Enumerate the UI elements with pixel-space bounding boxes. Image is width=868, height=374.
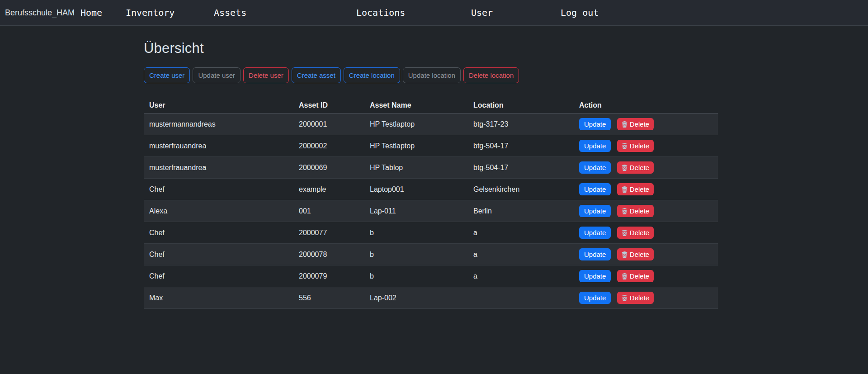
cell-asset-name: HP Tablop <box>364 157 468 179</box>
cell-user: Chef <box>144 179 293 200</box>
create-user-button[interactable]: Create user <box>144 67 190 83</box>
trash-icon <box>622 186 627 193</box>
delete-button-label: Delete <box>630 164 649 171</box>
update-button[interactable]: Update <box>579 118 611 130</box>
cell-asset-id: 2000002 <box>293 135 364 157</box>
cell-user: Max <box>144 287 293 309</box>
cell-action: Update Delete <box>574 222 718 244</box>
delete-button[interactable]: Delete <box>617 270 654 282</box>
table-row: Alexa 001 Lap-011 Berlin Update Delete <box>144 200 718 222</box>
cell-user: Chef <box>144 222 293 244</box>
cell-asset-id: 2000077 <box>293 222 364 244</box>
cell-location: a <box>468 265 574 287</box>
cell-user: Alexa <box>144 200 293 222</box>
create-asset-button[interactable]: Create asset <box>292 67 341 83</box>
delete-button[interactable]: Delete <box>617 248 654 260</box>
table-row: Chef 2000078 b a Update Delete <box>144 244 718 265</box>
update-button[interactable]: Update <box>579 292 611 304</box>
cell-user: musterfrauandrea <box>144 135 293 157</box>
delete-button-label: Delete <box>630 120 649 128</box>
table-row: Chef 2000077 b a Update Delete <box>144 222 718 244</box>
column-header-user: User <box>144 98 293 114</box>
asset-table: User Asset ID Asset Name Location Action… <box>144 98 718 309</box>
delete-button[interactable]: Delete <box>617 118 654 130</box>
delete-button-label: Delete <box>630 207 649 215</box>
nav-item-user[interactable]: User <box>471 7 493 18</box>
delete-button[interactable]: Delete <box>617 292 654 304</box>
delete-button-label: Delete <box>630 272 649 280</box>
delete-button-label: Delete <box>630 294 649 302</box>
delete-button[interactable]: Delete <box>617 183 654 195</box>
update-button[interactable]: Update <box>579 227 611 239</box>
nav-item-assets[interactable]: Assets <box>214 7 246 18</box>
cell-location: Berlin <box>468 200 574 222</box>
delete-location-button[interactable]: Delete location <box>463 67 519 83</box>
cell-user: Chef <box>144 265 293 287</box>
delete-button[interactable]: Delete <box>617 227 654 239</box>
delete-button[interactable]: Delete <box>617 140 654 152</box>
trash-icon <box>622 230 627 236</box>
cell-location: btg-504-17 <box>468 157 574 179</box>
cell-user: musterfrauandrea <box>144 157 293 179</box>
navbar: Berufsschule_HAM Home Inventory Assets L… <box>0 0 868 26</box>
trash-icon <box>622 208 627 214</box>
cell-asset-name: Laptop001 <box>364 179 468 200</box>
delete-button[interactable]: Delete <box>617 205 654 217</box>
delete-button-label: Delete <box>630 251 649 258</box>
column-header-location: Location <box>468 98 574 114</box>
main-content: Übersicht Create user Update user Delete… <box>144 40 718 309</box>
nav-item-logout[interactable]: Log out <box>561 7 599 18</box>
delete-user-button[interactable]: Delete user <box>243 67 289 83</box>
column-header-asset-id: Asset ID <box>293 98 364 114</box>
table-header-row: User Asset ID Asset Name Location Action <box>144 98 718 114</box>
update-button[interactable]: Update <box>579 140 611 152</box>
cell-asset-id: 556 <box>293 287 364 309</box>
cell-user: mustermannandreas <box>144 114 293 135</box>
cell-asset-name: Lap-011 <box>364 200 468 222</box>
delete-button-label: Delete <box>630 142 649 150</box>
delete-button-label: Delete <box>630 185 649 193</box>
trash-icon <box>622 295 627 301</box>
update-button[interactable]: Update <box>579 161 611 174</box>
cell-asset-id: 2000001 <box>293 114 364 135</box>
update-button[interactable]: Update <box>579 205 611 217</box>
column-header-asset-name: Asset Name <box>364 98 468 114</box>
update-button[interactable]: Update <box>579 248 611 260</box>
cell-action: Update Delete <box>574 135 718 157</box>
cell-asset-id: example <box>293 179 364 200</box>
action-toolbar: Create user Update user Delete user Crea… <box>144 67 718 83</box>
cell-user: Chef <box>144 244 293 265</box>
cell-asset-name: HP Testlaptop <box>364 114 468 135</box>
cell-location: btg-317-23 <box>468 114 574 135</box>
cell-location: a <box>468 244 574 265</box>
update-user-button[interactable]: Update user <box>193 67 241 83</box>
delete-button[interactable]: Delete <box>617 161 654 174</box>
cell-action: Update Delete <box>574 179 718 200</box>
asset-table-body: mustermannandreas 2000001 HP Testlaptop … <box>144 114 718 309</box>
cell-asset-id: 2000069 <box>293 157 364 179</box>
update-location-button[interactable]: Update location <box>403 67 461 83</box>
table-row: mustermannandreas 2000001 HP Testlaptop … <box>144 114 718 135</box>
nav-item-locations[interactable]: Locations <box>356 7 405 18</box>
cell-asset-id: 2000078 <box>293 244 364 265</box>
table-row: Max 556 Lap-002 Update Delete <box>144 287 718 309</box>
update-button[interactable]: Update <box>579 183 611 195</box>
cell-action: Update Delete <box>574 265 718 287</box>
table-row: musterfrauandrea 2000002 HP Testlaptop b… <box>144 135 718 157</box>
trash-icon <box>622 273 627 279</box>
cell-location: Gelsenkirchen <box>468 179 574 200</box>
nav-item-home[interactable]: Home <box>80 7 102 18</box>
cell-location: a <box>468 222 574 244</box>
navbar-brand[interactable]: Berufsschule_HAM <box>5 8 75 18</box>
nav-item-inventory[interactable]: Inventory <box>126 7 175 18</box>
update-button[interactable]: Update <box>579 270 611 282</box>
cell-asset-name: b <box>364 222 468 244</box>
cell-action: Update Delete <box>574 200 718 222</box>
cell-asset-name: HP Testlaptop <box>364 135 468 157</box>
cell-location <box>468 287 574 309</box>
page-title: Übersicht <box>144 40 718 57</box>
create-location-button[interactable]: Create location <box>344 67 400 83</box>
delete-button-label: Delete <box>630 229 649 237</box>
table-row: Chef example Laptop001 Gelsenkirchen Upd… <box>144 179 718 200</box>
cell-asset-name: b <box>364 244 468 265</box>
